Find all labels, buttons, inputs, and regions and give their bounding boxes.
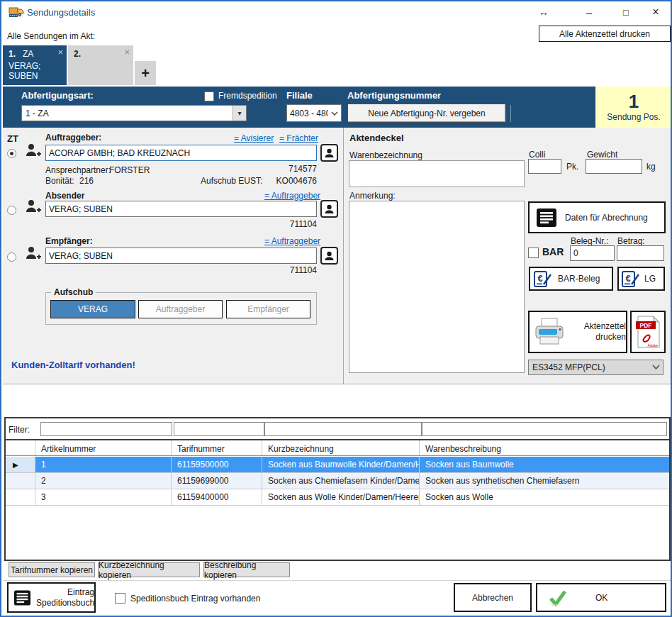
cell-kurzbezeichnung: Socken aus Wolle Kinder/Damen/Heeren [262, 489, 420, 505]
grid-header-tarifnummer[interactable]: Tarifnummer [172, 440, 262, 455]
printer-icon [532, 317, 566, 347]
aufschub-verag-button[interactable]: VERAG [50, 300, 135, 318]
tab-number: 2. [74, 49, 81, 59]
warenbezeichnung-textarea[interactable] [349, 160, 525, 187]
empfaenger-label: Empfänger: [45, 236, 93, 246]
fraechter-link[interactable]: = Frächter [279, 133, 318, 143]
absender-input[interactable] [45, 201, 317, 217]
add-person-icon[interactable] [24, 246, 43, 262]
auftraggeber-contact-icon[interactable] [320, 144, 338, 162]
table-row[interactable]: 3 61159400000 Socken aus Wolle Kinder/Da… [6, 489, 669, 506]
maximize-button[interactable]: □ [618, 4, 634, 20]
avisierer-link[interactable]: = Avisierer [234, 133, 274, 143]
absender-auftraggeber-link[interactable]: = Auftraggeber [264, 191, 320, 201]
list-icon [537, 209, 556, 227]
dropdown-arrow-icon[interactable]: ▾ [233, 106, 246, 121]
absender-number: 711104 [246, 219, 317, 229]
daten-fuer-abrechnung-button[interactable]: Daten für Abrechnung [528, 201, 666, 233]
eintrag-speditionsbuch-button[interactable]: Eintrag Speditionsbuch [7, 582, 96, 613]
grid-header-artikelnummer[interactable]: Artikelnummer [35, 440, 172, 455]
empfaenger-radio[interactable] [7, 252, 16, 262]
add-shipment-tab-button[interactable]: + [135, 61, 156, 85]
bar-beleg-button[interactable]: € BAR-Beleg [529, 267, 613, 291]
resize-icon[interactable]: ↔ [536, 4, 551, 20]
titlebar: Sendungsdetails ↔ – □ × [1, 1, 671, 23]
tab-close-icon[interactable]: × [124, 47, 130, 57]
table-row[interactable]: 2 61159699000 Socken aus Chemiefasern Ki… [6, 473, 669, 489]
svg-text:Adobe: Adobe [648, 343, 659, 348]
filter-input-warenbeschreibung[interactable] [422, 422, 667, 436]
grid-header-warenbeschreibung[interactable]: Warenbeschreibung [420, 440, 669, 455]
aufschub-auftraggeber-button[interactable]: Auftraggeber [138, 300, 223, 318]
empfaenger-number: 711104 [246, 265, 317, 275]
window-title: Sendungsdetails [27, 7, 95, 18]
aktenzettel-drucken-button[interactable]: Aktenzettel drucken [528, 311, 627, 353]
filiale-dropdown[interactable]: 4803 - 480 [286, 104, 342, 122]
filter-input-tarifnummer[interactable] [174, 422, 264, 436]
article-grid-section: Filter: Artikelnummer Tarifnummer Kurzbe… [4, 417, 671, 561]
shipment-tab-2[interactable]: 2. × [68, 45, 133, 85]
lg-label: LG [644, 274, 656, 284]
printer-dropdown[interactable]: ES3452 MFP(PCL) [528, 360, 663, 375]
daten-button-label: Daten für Abrechnung [565, 213, 648, 223]
tab-close-icon[interactable]: × [57, 47, 63, 57]
shipment-tab-1[interactable]: 1. ZA VERAG; SUBEN × [3, 45, 67, 85]
abbrechen-button[interactable]: Abbrechen [454, 583, 532, 612]
tab-type: ZA [23, 49, 33, 59]
lg-button[interactable]: € LG [617, 267, 665, 291]
empfaenger-contact-icon[interactable] [320, 247, 338, 265]
gewicht-input[interactable] [586, 159, 642, 174]
print-all-aktenzettel-button[interactable]: Alle Aktenzettel drucken [539, 26, 671, 42]
filiale-label: Filiale [286, 90, 313, 101]
fremdspedition-checkbox[interactable] [204, 91, 214, 101]
filter-input-kurzbezeichnung[interactable] [264, 422, 422, 436]
aufschub-empfaenger-button[interactable]: Empfänger [226, 300, 310, 318]
neue-abfertigungsnummer-button[interactable]: Neue Abfertigung-Nr. vergeben [347, 104, 506, 123]
bar-beleg-label: BAR-Beleg [558, 274, 600, 284]
pdf-button[interactable]: PDF Adobe [630, 311, 666, 353]
fremdspedition-label: Fremdspedition [218, 91, 277, 101]
tab-subtitle: VERAG; SUBEN [9, 61, 54, 81]
printer-value: ES3452 MFP(PCL) [529, 362, 605, 372]
cell-warenbeschreibung: Socken aus synthetischen Chemiefasern [420, 473, 669, 489]
abfertigungsnummer-label: Abfertigungsnummer [347, 90, 441, 101]
cell-warenbeschreibung: Socken aus Baumwolle [420, 457, 669, 472]
ok-label: OK [595, 593, 607, 603]
beschreibung-kopieren-button[interactable]: Beschreibung kopieren [203, 562, 290, 577]
cell-tarifnummer: 61159400000 [172, 489, 262, 505]
ok-button[interactable]: OK [536, 583, 666, 612]
betrag-input[interactable] [617, 245, 664, 261]
add-person-icon[interactable] [24, 199, 43, 215]
bar-checkbox[interactable] [528, 248, 539, 258]
close-button[interactable]: × [648, 4, 663, 20]
grid-header-kurzbezeichnung[interactable]: Kurzbezeichnung [262, 440, 420, 455]
cell-tarifnummer: 61159500000 [172, 457, 262, 472]
tarifnummer-kopieren-button[interactable]: Tarifnummer kopieren [9, 562, 95, 577]
filter-input-artikelnummer[interactable] [40, 422, 172, 436]
cell-artikelnummer: 2 [35, 473, 172, 489]
absender-radio[interactable] [7, 206, 16, 215]
colli-input[interactable] [528, 159, 561, 174]
anmerkung-textarea[interactable] [349, 201, 525, 373]
minimize-button[interactable]: – [581, 4, 597, 20]
absender-label: Absender [45, 191, 84, 201]
svg-text:€: € [625, 273, 630, 284]
band-divider [510, 105, 511, 122]
abfertigungsart-dropdown[interactable]: 1 - ZA ▾ [21, 105, 247, 121]
add-person-icon[interactable] [24, 143, 43, 159]
beleg-nr-input[interactable] [570, 245, 615, 261]
aufschub-eust-label: Aufschub EUST: [201, 176, 262, 186]
auftraggeber-input[interactable] [45, 145, 317, 161]
table-row[interactable]: ▶ 1 61159500000 Socken aus Baumwolle Kin… [6, 457, 669, 473]
absender-contact-icon[interactable] [320, 200, 338, 218]
auftraggeber-radio[interactable] [7, 149, 16, 158]
filter-label: Filter: [9, 425, 30, 435]
empfaenger-input[interactable] [45, 248, 317, 264]
kurzbezeichnung-kopieren-button[interactable]: Kurzbezeichnung kopieren [98, 562, 200, 577]
panel-divider [343, 128, 344, 384]
speditionsbuch-checkbox[interactable] [115, 593, 125, 604]
chevron-down-icon [652, 363, 663, 372]
kg-label: kg [646, 162, 656, 172]
aktendeckel-title: Aktendeckel [349, 133, 404, 143]
empfaenger-auftraggeber-link[interactable]: = Auftraggeber [264, 236, 320, 246]
